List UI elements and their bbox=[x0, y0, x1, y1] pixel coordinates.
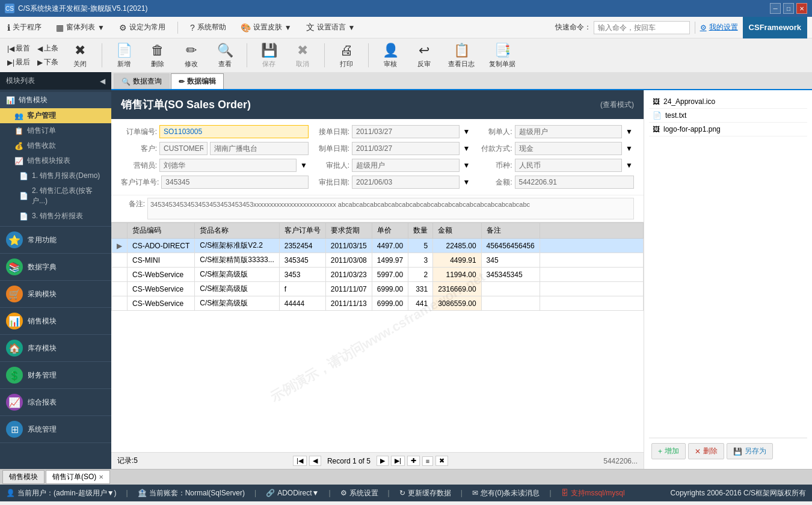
file-add-button[interactable]: + 增加 bbox=[651, 443, 686, 459]
nav-filter-ctrl[interactable]: ≡ bbox=[422, 456, 433, 466]
approve-date-picker-icon[interactable]: ▼ bbox=[462, 178, 472, 186]
language-menu[interactable]: 文 设置语言 ▼ bbox=[304, 21, 358, 34]
order-no-input[interactable] bbox=[159, 125, 309, 138]
about-menu[interactable]: ℹ 关于程序 bbox=[5, 21, 44, 34]
sidebar-item-analysis-report[interactable]: 📄 3. 销售分析报表 bbox=[0, 209, 111, 224]
currency-dropdown-icon[interactable]: ▼ bbox=[624, 161, 634, 170]
col-amount[interactable]: 金额 bbox=[433, 223, 481, 239]
sidebar-item-sales-receipt[interactable]: 💰 销售收款 bbox=[0, 138, 111, 153]
nav-next-ctrl[interactable]: ▶ bbox=[377, 456, 389, 466]
sidebar-item-sales-report[interactable]: 📈 销售模块报表 bbox=[0, 153, 111, 168]
col-qty[interactable]: 数量 bbox=[408, 223, 433, 239]
close-tab-icon[interactable]: ✕ bbox=[99, 474, 103, 480]
file-item[interactable]: 🖼24_Approval.ico bbox=[649, 95, 807, 109]
sidebar-item-reports[interactable]: 📈 综合报表 bbox=[0, 389, 111, 416]
nav-prev-icon: ◀ bbox=[37, 44, 43, 53]
save-button[interactable]: 💾 保存 bbox=[254, 41, 283, 70]
monthly-report-label: 1. 销售月报表(Demo) bbox=[32, 171, 100, 181]
copy-button[interactable]: 📑 复制单据 bbox=[484, 41, 520, 70]
close-button[interactable]: ✖ 关闭 bbox=[66, 41, 94, 70]
tab-data-query[interactable]: 🔍 数据查询 bbox=[114, 73, 170, 89]
close-button[interactable]: ✕ bbox=[796, 3, 807, 14]
my-settings-button[interactable]: ⚙ 我的设置 bbox=[700, 22, 738, 32]
creator-dropdown-icon[interactable]: ▼ bbox=[624, 127, 634, 136]
sidebar-item-customer[interactable]: 👥 客户管理 bbox=[0, 108, 111, 123]
col-name[interactable]: 货品名称 bbox=[195, 223, 279, 239]
table-row[interactable]: CS-MINI C/S框架精简版33333... 345345 2011/03/… bbox=[112, 253, 644, 268]
nav-add-ctrl[interactable]: ✚ bbox=[407, 456, 420, 466]
nav-first-ctrl[interactable]: |◀ bbox=[293, 456, 307, 466]
table-row[interactable]: CS-WebService C/S框架高级版 f 2011/11/07 6999… bbox=[112, 282, 644, 296]
update-cache-icon: ↻ bbox=[399, 489, 405, 497]
sidebar-section-sales[interactable]: 📊 销售模块 bbox=[0, 92, 111, 108]
set-favorite-menu[interactable]: ⚙ 设定为常用 bbox=[117, 21, 168, 34]
receive-date-picker-icon[interactable]: ▼ bbox=[462, 127, 472, 136]
approver-dropdown-icon[interactable]: ▼ bbox=[462, 161, 472, 170]
new-button[interactable]: 📄 新增 bbox=[109, 41, 138, 70]
tab-data-edit[interactable]: ✏ 数据编辑 bbox=[171, 73, 224, 89]
cancel-button[interactable]: ✖ 取消 bbox=[288, 41, 317, 70]
sidebar-item-dict[interactable]: 📚 数据字典 bbox=[0, 254, 111, 281]
delete-button[interactable]: 🗑 删除 bbox=[143, 41, 172, 70]
file-item[interactable]: 📄test.txt bbox=[649, 109, 807, 123]
approve-button[interactable]: 👤 审核 bbox=[376, 41, 405, 70]
analysis-report-label: 3. 销售分析报表 bbox=[32, 211, 83, 221]
file-item[interactable]: 🖼logo-for-app1.png bbox=[649, 123, 807, 136]
view-log-button[interactable]: 📋 查看日志 bbox=[443, 41, 479, 70]
col-code[interactable]: 货品编码 bbox=[128, 223, 195, 239]
window-list-menu[interactable]: ▦ 窗体列表 ▼ bbox=[54, 21, 107, 34]
summary-report-label: 2. 销售汇总表(按客户...) bbox=[32, 186, 105, 206]
status-settings[interactable]: ⚙ 系统设置 bbox=[340, 488, 378, 498]
file-save-as-button[interactable]: 💾 另存为 bbox=[727, 443, 773, 459]
view-button[interactable]: 🔍 查看 bbox=[211, 41, 239, 70]
sidebar-item-monthly-report[interactable]: 📄 1. 销售月报表(Demo) bbox=[0, 168, 111, 183]
sidebar-item-system[interactable]: ⊞ 系统管理 bbox=[0, 416, 111, 443]
payment-dropdown-icon[interactable]: ▼ bbox=[624, 144, 634, 153]
sidebar-item-summary-report[interactable]: 📄 2. 销售汇总表(按客户...) bbox=[0, 183, 111, 209]
col-customer-order[interactable]: 客户订单号 bbox=[279, 223, 325, 239]
table-container[interactable]: 示例演示，请访问www.csframework.net 货品编码 货品名称 客户… bbox=[111, 222, 644, 452]
status-ado[interactable]: 🔗 ADODirect▼ bbox=[266, 489, 319, 497]
sidebar-item-common[interactable]: ⭐ 常用功能 bbox=[0, 227, 111, 254]
currency-label: 币种: bbox=[476, 161, 512, 171]
nav-cancel-ctrl[interactable]: ✖ bbox=[435, 456, 448, 466]
bottom-tab-sales-order[interactable]: 销售订单(SO) ✕ bbox=[46, 470, 110, 484]
file-name: logo-for-app1.png bbox=[663, 125, 721, 133]
receive-date-input[interactable] bbox=[352, 125, 460, 138]
print-button[interactable]: 🖨 打印 bbox=[332, 41, 361, 70]
nav-last-button[interactable]: ▶| 最后 bbox=[5, 56, 32, 69]
file-delete-button[interactable]: ✕ 删除 bbox=[688, 443, 724, 459]
nav-last-ctrl[interactable]: ▶| bbox=[391, 456, 405, 466]
table-row[interactable]: ▶ CS-ADO-DIRECT C/S框架标准版V2.2 2352454 201… bbox=[112, 239, 644, 253]
help-menu[interactable]: ? 系统帮助 bbox=[188, 21, 229, 34]
sidebar-collapse-icon[interactable]: ◀ bbox=[100, 77, 105, 85]
maximize-button[interactable]: □ bbox=[783, 3, 794, 14]
edit-button[interactable]: ✏ 修改 bbox=[177, 41, 206, 70]
cancel-label: 取消 bbox=[296, 60, 309, 69]
table-row[interactable]: CS-WebService C/S框架高级版 44444 2011/11/13 … bbox=[112, 296, 644, 311]
nav-first-button[interactable]: |◀ 最首 bbox=[5, 42, 32, 55]
col-required-date[interactable]: 要求货期 bbox=[325, 223, 372, 239]
minimize-button[interactable]: ─ bbox=[770, 3, 781, 14]
file-add-icon: + bbox=[658, 447, 662, 456]
sales-person-dropdown-icon[interactable]: ▼ bbox=[299, 161, 309, 170]
skin-menu[interactable]: 🎨 设置皮肤 ▼ bbox=[238, 21, 294, 34]
nav-prev-ctrl[interactable]: ◀ bbox=[309, 456, 321, 466]
table-row[interactable]: CS-WebService C/S框架高级版 3453 2011/03/23 5… bbox=[112, 268, 644, 282]
sidebar-item-purchase[interactable]: 🛒 采购模块 bbox=[0, 281, 111, 308]
create-date-picker-icon[interactable]: ▼ bbox=[462, 144, 472, 153]
col-remark[interactable]: 备注 bbox=[481, 223, 540, 239]
cell-amount: 11994.00 bbox=[433, 268, 481, 282]
sidebar-item-sales-order[interactable]: 📋 销售订单 bbox=[0, 123, 111, 138]
sidebar-item-inventory[interactable]: 🏠 库存模块 bbox=[0, 335, 111, 362]
row-indicator bbox=[112, 296, 128, 311]
nav-next-button[interactable]: ▶ 下条 bbox=[35, 56, 61, 69]
quick-cmd-input[interactable] bbox=[594, 21, 690, 34]
bottom-tab-sales[interactable]: 销售模块 bbox=[2, 470, 45, 484]
sidebar-item-sales[interactable]: 📊 销售模块 bbox=[0, 308, 111, 335]
col-price[interactable]: 单价 bbox=[372, 223, 408, 239]
unapprove-button[interactable]: ↩ 反审 bbox=[410, 41, 438, 70]
nav-prev-button[interactable]: ◀ 上条 bbox=[35, 42, 61, 55]
status-update-cache[interactable]: ↻ 更新缓存数据 bbox=[399, 488, 451, 498]
sidebar-item-finance[interactable]: 💲 财务管理 bbox=[0, 362, 111, 389]
